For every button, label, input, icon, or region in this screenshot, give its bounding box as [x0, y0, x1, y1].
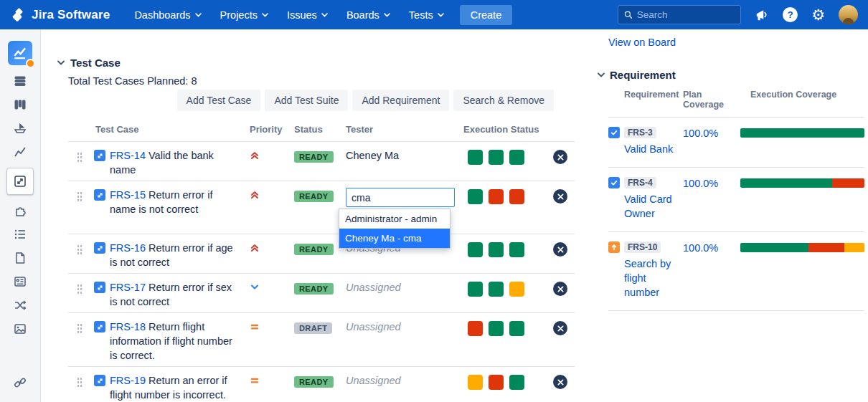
execution-square[interactable] — [509, 375, 524, 390]
section-title: Requirement — [610, 69, 676, 81]
board-icon[interactable] — [12, 97, 28, 113]
requirement-title-link[interactable]: Valid Bank — [624, 142, 683, 156]
remove-button[interactable] — [553, 189, 567, 204]
issue-key-link[interactable]: FRS-16 — [110, 242, 146, 254]
media-icon[interactable] — [12, 321, 28, 337]
remove-button[interactable] — [553, 282, 567, 296]
section-collapse-icon[interactable] — [597, 72, 605, 78]
tester-value[interactable]: Unassigned — [346, 321, 401, 332]
nav-boards[interactable]: Boards — [346, 9, 390, 21]
requirement-key[interactable]: FRS-4 — [624, 177, 656, 188]
issue-key-link[interactable]: FRS-17 — [110, 282, 146, 293]
issue-key-link[interactable]: FRS-19 — [110, 375, 146, 386]
project-chart-icon — [12, 45, 28, 61]
table-row: FRS-19 Return an error if flight number … — [68, 367, 575, 402]
search-icon — [624, 10, 633, 19]
issue-key-link[interactable]: FRS-15 — [110, 189, 146, 201]
nav-issues[interactable]: Issues — [287, 9, 328, 21]
backlog-icon[interactable] — [12, 73, 28, 89]
requirement-type-icon — [608, 177, 620, 188]
remove-button[interactable] — [553, 321, 567, 335]
execution-square[interactable] — [489, 321, 504, 336]
execution-square[interactable] — [489, 150, 504, 165]
test-case-type-icon — [94, 150, 105, 161]
settings-gear-icon[interactable]: ⚙ — [811, 7, 825, 22]
remove-button[interactable] — [553, 150, 567, 164]
execution-square[interactable] — [468, 189, 483, 204]
section-collapse-icon[interactable] — [57, 60, 65, 66]
search-box[interactable] — [618, 5, 741, 24]
test-plans-icon[interactable] — [12, 274, 28, 289]
tester-value[interactable]: Cheney Ma — [346, 150, 399, 161]
create-button[interactable]: Create — [460, 5, 513, 25]
status-badge: DRAFT — [294, 322, 332, 334]
status-badge: READY — [294, 283, 334, 295]
priority-highest-icon — [250, 243, 260, 255]
tester-value[interactable]: Unassigned — [346, 375, 401, 386]
reports-icon[interactable] — [12, 144, 28, 160]
execution-square[interactable] — [489, 375, 504, 390]
link-icon[interactable] — [12, 375, 28, 391]
brand[interactable]: Jira Software — [10, 7, 110, 23]
requirement-title-link[interactable]: Valid Card Owner — [624, 192, 683, 221]
test-suites-icon[interactable] — [12, 226, 28, 242]
execution-square[interactable] — [489, 242, 504, 257]
help-icon[interactable]: ? — [783, 7, 798, 22]
add-test-case-button[interactable]: Add Test Case — [177, 90, 261, 111]
execution-square[interactable] — [509, 150, 524, 165]
tester-input[interactable] — [346, 188, 455, 207]
add-ons-icon[interactable] — [12, 203, 28, 219]
releases-icon[interactable] — [12, 120, 28, 136]
user-avatar[interactable] — [839, 5, 858, 24]
issue-key-link[interactable]: FRS-14 — [110, 150, 146, 161]
issue-key-link[interactable]: FRS-18 — [110, 321, 146, 332]
plan-coverage-value[interactable]: 100.0% — [683, 242, 718, 254]
execution-square[interactable] — [468, 321, 483, 336]
status-badge: READY — [294, 191, 334, 202]
plan-coverage-value[interactable]: 100.0% — [683, 178, 718, 189]
execution-square[interactable] — [468, 242, 483, 257]
execution-square[interactable] — [468, 375, 483, 390]
drag-handle[interactable] — [77, 191, 82, 202]
drag-handle[interactable] — [77, 152, 82, 163]
nav-tests[interactable]: Tests — [409, 9, 444, 21]
remove-button[interactable] — [553, 375, 567, 389]
nav-dashboards[interactable]: Dashboards — [134, 9, 201, 21]
add-requirement-button[interactable]: Add Requirement — [352, 90, 449, 111]
drag-handle[interactable] — [77, 284, 82, 295]
search-remove-button[interactable]: Search & Remove — [453, 90, 554, 111]
requirement-title-link[interactable]: Search by flight number — [624, 257, 683, 300]
add-test-suite-button[interactable]: Add Test Suite — [265, 90, 348, 111]
execution-square[interactable] — [468, 282, 483, 297]
view-on-board-link[interactable]: View on Board — [608, 37, 676, 48]
feedback-megaphone-icon[interactable] — [755, 9, 769, 21]
dropdown-option-selected[interactable]: Cheney Ma - cma — [339, 229, 450, 248]
execution-square[interactable] — [509, 189, 524, 204]
execution-square[interactable] — [509, 321, 524, 336]
requirement-key[interactable]: FRS-3 — [624, 127, 656, 138]
search-input[interactable] — [637, 9, 735, 20]
status-badge: READY — [294, 244, 334, 255]
execution-square[interactable] — [489, 282, 504, 297]
drag-handle[interactable] — [77, 377, 82, 388]
shuffle-icon[interactable] — [12, 297, 28, 313]
execution-square[interactable] — [509, 242, 524, 257]
execution-square[interactable] — [468, 150, 483, 165]
execution-square[interactable] — [509, 282, 524, 297]
test-case-table: Test Case Priority Status Tester Executi… — [68, 120, 575, 402]
project-avatar[interactable] — [8, 41, 32, 65]
tester-value[interactable]: Unassigned — [346, 282, 401, 293]
pages-icon[interactable] — [12, 250, 28, 266]
drag-handle[interactable] — [77, 244, 82, 255]
execution-coverage-bar — [740, 128, 864, 138]
chevron-down-icon — [384, 13, 390, 17]
drag-handle[interactable] — [77, 323, 82, 334]
dropdown-option[interactable]: Administrator - admin — [339, 209, 450, 229]
test-cases-icon-selected[interactable] — [6, 168, 34, 195]
plan-coverage-value[interactable]: 100.0% — [683, 128, 718, 139]
nav-projects[interactable]: Projects — [220, 9, 268, 21]
remove-button[interactable] — [553, 242, 567, 257]
requirement-key[interactable]: FRS-10 — [624, 241, 661, 253]
execution-square[interactable] — [489, 189, 504, 204]
chevron-down-icon — [321, 13, 328, 17]
